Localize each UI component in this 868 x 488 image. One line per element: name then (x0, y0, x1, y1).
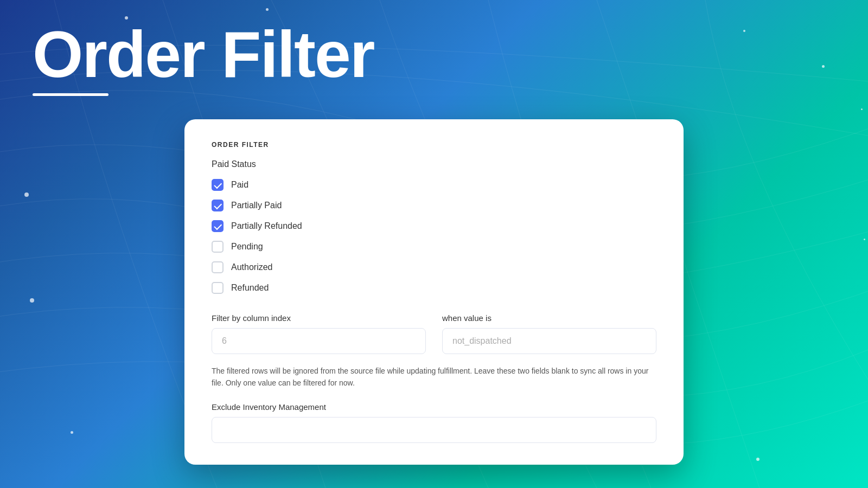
checkbox-partially-refunded[interactable]: Partially Refunded (212, 220, 656, 232)
checkbox-partially-paid[interactable]: Partially Paid (212, 200, 656, 211)
checkbox-refunded-label: Refunded (231, 283, 269, 293)
checkbox-partially-refunded-box[interactable] (212, 220, 224, 232)
checkbox-paid-box[interactable] (212, 179, 224, 191)
exclude-input[interactable] (212, 417, 656, 443)
order-filter-card: ORDER FILTER Paid Status Paid Partially … (184, 119, 684, 465)
checkbox-partially-paid-box[interactable] (212, 200, 224, 211)
card-section-title: ORDER FILTER (212, 141, 656, 149)
title-underline (33, 93, 108, 96)
checkbox-paid-label: Paid (231, 180, 248, 190)
filter-column-label: Filter by column index (212, 313, 426, 323)
filter-row: Filter by column index when value is (212, 313, 656, 354)
exclude-label: Exclude Inventory Management (212, 402, 656, 412)
checkbox-pending-label: Pending (231, 242, 263, 252)
filter-value-label: when value is (442, 313, 656, 323)
filter-value-input[interactable] (442, 328, 656, 354)
checkbox-authorized[interactable]: Authorized (212, 261, 656, 273)
checkbox-paid[interactable]: Paid (212, 179, 656, 191)
checkbox-partially-paid-label: Partially Paid (231, 201, 282, 210)
header-area: Order Filter (0, 0, 868, 96)
checkbox-partially-refunded-label: Partially Refunded (231, 221, 302, 231)
filter-column-col: Filter by column index (212, 313, 426, 354)
paid-status-label: Paid Status (212, 159, 656, 169)
checkbox-refunded[interactable]: Refunded (212, 282, 656, 294)
filter-value-col: when value is (442, 313, 656, 354)
checkbox-pending-box[interactable] (212, 241, 224, 253)
filter-column-input[interactable] (212, 328, 426, 354)
card-wrapper: ORDER FILTER Paid Status Paid Partially … (184, 119, 684, 465)
checkbox-refunded-box[interactable] (212, 282, 224, 294)
checkbox-pending[interactable]: Pending (212, 241, 656, 253)
checkbox-authorized-label: Authorized (231, 262, 273, 272)
filter-note: The filtered rows will be ignored from t… (212, 365, 656, 389)
checkbox-authorized-box[interactable] (212, 261, 224, 273)
page-title: Order Filter (33, 22, 835, 87)
checkbox-list: Paid Partially Paid Partially Refunded P… (212, 179, 656, 294)
